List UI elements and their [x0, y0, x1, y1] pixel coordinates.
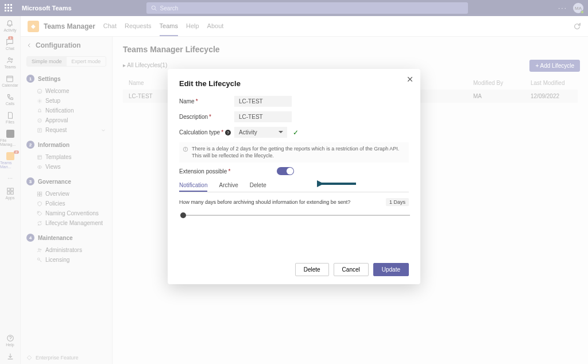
- extension-toggle[interactable]: [277, 167, 294, 175]
- name-field[interactable]: [234, 96, 292, 107]
- info-callout: There is a delay of 2 days for the getti…: [179, 142, 409, 162]
- dialog-title: Edit the Lifecycle: [179, 79, 409, 88]
- svg-point-30: [185, 148, 186, 149]
- days-slider[interactable]: [180, 215, 410, 216]
- edit-lifecycle-dialog: Edit the Lifecycle Name* Description* Ca…: [168, 69, 420, 284]
- tab-delete[interactable]: Delete: [250, 180, 266, 192]
- tab-notification[interactable]: Notification: [179, 180, 207, 192]
- dialog-tabs: Notification Archive Delete: [179, 180, 409, 192]
- slider-question: How many days before archiving should in…: [179, 199, 386, 205]
- check-icon: ✓: [293, 129, 299, 137]
- tab-archive[interactable]: Archive: [219, 180, 238, 192]
- description-field[interactable]: [234, 111, 292, 122]
- help-icon[interactable]: ?: [225, 130, 231, 135]
- modal-overlay: Edit the Lifecycle Name* Description* Ca…: [0, 0, 588, 364]
- update-button[interactable]: Update: [373, 263, 409, 276]
- cancel-button[interactable]: Cancel: [334, 263, 369, 276]
- callout-arrow-icon: [317, 179, 357, 189]
- slider-value: 1 Days: [386, 198, 409, 206]
- delete-button[interactable]: Delete: [295, 263, 329, 276]
- info-icon: [183, 146, 188, 152]
- close-icon[interactable]: [407, 76, 413, 83]
- calculation-type-select[interactable]: [234, 127, 287, 138]
